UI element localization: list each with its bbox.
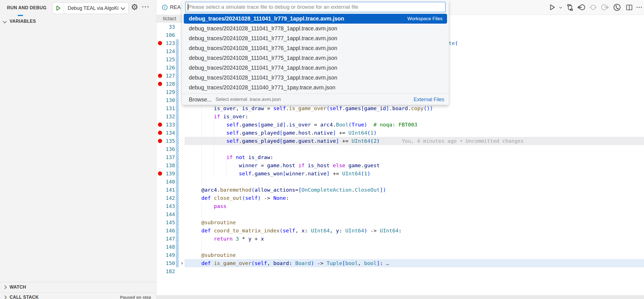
- line-number[interactable]: 135: [162, 137, 175, 145]
- line-number[interactable]: 130: [162, 96, 175, 104]
- quick-pick-item[interactable]: debug_traces/20241028_111040_lr771_1pay.…: [182, 83, 449, 92]
- code-text[interactable]: self.games_played[game.guest.native] += …: [189, 137, 380, 145]
- line-number[interactable]: 125: [162, 55, 175, 64]
- gear-icon[interactable]: ⚙: [131, 3, 138, 11]
- modified-line-gutter-decoration: [176, 72, 179, 80]
- quick-pick-item[interactable]: debug_traces/20241028_111041_lr779_1appl…: [184, 14, 447, 24]
- line-number[interactable]: 124: [162, 47, 175, 55]
- quick-pick-browse-item[interactable]: Browse... Select external .trace.avm.jso…: [182, 95, 449, 104]
- code-text[interactable]: @subroutine: [189, 251, 236, 259]
- quick-pick-input[interactable]: [185, 2, 446, 12]
- token: .: [342, 105, 345, 111]
- line-number[interactable]: 148: [162, 243, 175, 251]
- code-text[interactable]: def close_out(self) -> None:: [189, 194, 289, 202]
- code-text[interactable]: self.games_played[game.host.native] += U…: [189, 129, 377, 137]
- token: game_id: [261, 122, 283, 128]
- modified-line-gutter-decoration: [176, 96, 179, 104]
- token: ->: [261, 195, 273, 201]
- line-number[interactable]: 150: [162, 259, 175, 267]
- line-number[interactable]: 133: [162, 121, 175, 129]
- quick-pick-item[interactable]: debug_traces/20241028_111041_lr773_1appl…: [182, 73, 449, 83]
- code-text[interactable]: if not is_draw:: [189, 153, 273, 161]
- line-number[interactable]: 140: [162, 178, 175, 186]
- line-number[interactable]: 128: [162, 80, 175, 88]
- sidebar-section-variables[interactable]: VARIABLES: [0, 16, 156, 26]
- text-cursor: [188, 4, 188, 10]
- line-number[interactable]: 138: [162, 161, 175, 169]
- line-number[interactable]: 137: [162, 153, 175, 161]
- quick-pick-item[interactable]: debug_traces/20241028_111041_lr776_1appl…: [182, 43, 449, 53]
- line-number[interactable]: 132: [162, 112, 175, 121]
- line-number[interactable]: 142: [162, 194, 175, 202]
- quick-pick-item[interactable]: debug_traces/20241028_111041_lr778_1appl…: [182, 24, 449, 33]
- line-number[interactable]: 106: [162, 31, 175, 39]
- code-text[interactable]: def coord_to_matrix_index(self, x: UInt6…: [189, 226, 402, 235]
- token: @arc4: [201, 187, 217, 193]
- fold-chevron-icon[interactable]: ›: [180, 259, 184, 267]
- code-text[interactable]: return 3 * y + x: [189, 235, 264, 243]
- sidebar-section-call-stack[interactable]: CALL STACK Paused on step: [0, 292, 156, 299]
- token: [189, 219, 201, 225]
- git-blame-annotation: You, 4 minutes ago • Uncommitted changes: [402, 137, 523, 145]
- token: True: [352, 122, 364, 128]
- line-number[interactable]: 141: [162, 186, 175, 194]
- line-number[interactable]: 147: [162, 235, 175, 243]
- token: copy: [411, 105, 424, 111]
- code-line-136: 136: [157, 145, 644, 153]
- line-number[interactable]: 136: [162, 145, 175, 153]
- line-number[interactable]: 149: [162, 251, 175, 259]
- code-text[interactable]: if is_over:: [189, 112, 248, 121]
- modified-line-gutter-decoration: [176, 169, 179, 178]
- line-number[interactable]: 182: [162, 267, 175, 275]
- code-text[interactable]: self.games[game_id].is_over = arc4.Bool(…: [189, 121, 417, 129]
- token: host: [298, 130, 311, 136]
- code-line-137: 137 if not is_draw:: [157, 153, 644, 161]
- token: None: [273, 195, 286, 201]
- indent-guide: [201, 178, 202, 186]
- line-number[interactable]: 123: [162, 39, 175, 47]
- line-number[interactable]: 33: [162, 23, 175, 31]
- code-text[interactable]: is_over, is_draw = self.is_game_over(sel…: [189, 104, 433, 112]
- quick-pick-item[interactable]: debug_traces/20241028_111041_lr775_1appl…: [182, 53, 449, 63]
- token: +=: [330, 171, 342, 176]
- horizontal-scrollbar[interactable]: [157, 295, 644, 299]
- line-number[interactable]: 144: [162, 210, 175, 218]
- line-number[interactable]: 126: [162, 64, 175, 72]
- code-text[interactable]: def is_game_over(self, board: Board) -> …: [189, 259, 389, 267]
- modified-line-gutter-decoration: [176, 137, 179, 145]
- code-text[interactable]: winner = game.host if is_host else game.…: [189, 161, 380, 169]
- code-text[interactable]: te(: [449, 39, 458, 47]
- token: ]: [377, 260, 380, 266]
- more-actions-icon[interactable]: ···: [142, 3, 150, 11]
- sidebar-section-watch[interactable]: WATCH: [0, 282, 156, 292]
- code-text[interactable]: @subroutine: [189, 218, 236, 226]
- token: def: [201, 195, 211, 201]
- debug-config-label: Debug TEAL via AlgoKi: [64, 5, 120, 11]
- line-number[interactable]: 139: [162, 169, 175, 178]
- quick-pick-item[interactable]: debug_traces/20241028_111041_lr774_1appl…: [182, 63, 449, 73]
- code-line-145: 145 @subroutine: [157, 218, 644, 226]
- code-text[interactable]: pass: [189, 202, 226, 210]
- start-debug-icon[interactable]: [53, 3, 64, 14]
- token: ): [373, 130, 377, 136]
- modified-line-gutter-decoration: [176, 47, 179, 55]
- token: y: [336, 228, 339, 234]
- line-number[interactable]: 129: [162, 88, 175, 96]
- code-text[interactable]: @arc4.baremethod(allow_actions=[OnComple…: [189, 186, 386, 194]
- token: native: [317, 138, 336, 144]
- token: if: [214, 114, 220, 119]
- line-number[interactable]: 145: [162, 218, 175, 226]
- line-number[interactable]: 131: [162, 104, 175, 112]
- token: :: [305, 228, 311, 234]
- line-number[interactable]: 134: [162, 129, 175, 137]
- quick-pick-item[interactable]: debug_traces/20241028_111041_lr777_1appl…: [182, 33, 449, 43]
- line-number[interactable]: 143: [162, 202, 175, 210]
- chevron-right-icon: [3, 285, 7, 289]
- line-number[interactable]: 146: [162, 226, 175, 235]
- modified-line-gutter-decoration: [176, 202, 179, 210]
- token: game: [348, 162, 361, 168]
- code-text[interactable]: self.games_won[winner.native] += UInt64(…: [189, 169, 370, 178]
- token: [239, 236, 242, 242]
- line-number[interactable]: 127: [162, 72, 175, 80]
- debug-config-select[interactable]: Debug TEAL via AlgoKi: [52, 2, 129, 14]
